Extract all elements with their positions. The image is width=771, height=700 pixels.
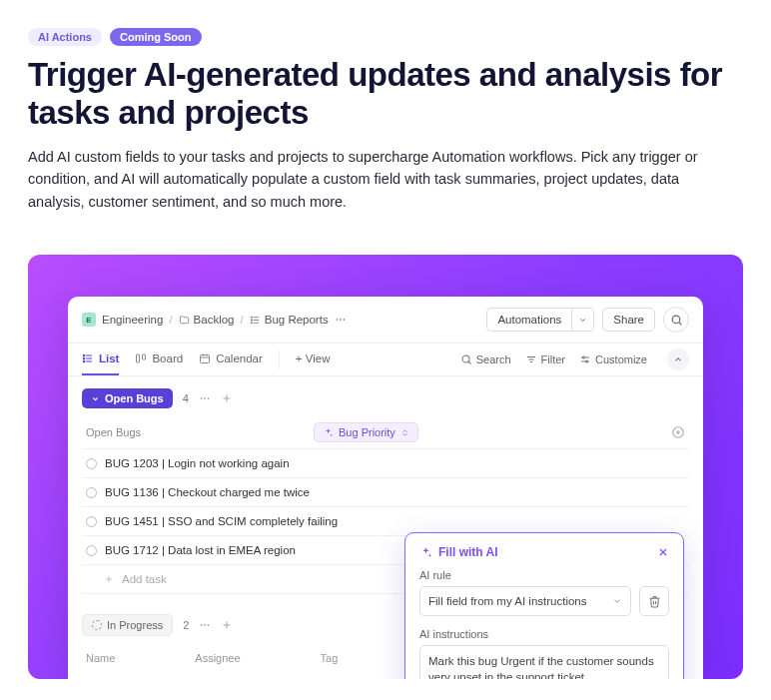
breadcrumb-folder[interactable]: Backlog xyxy=(179,314,235,326)
svg-line-24 xyxy=(468,361,471,364)
column-name-header: Open Bugs xyxy=(86,426,306,438)
chevron-down-icon xyxy=(578,316,587,325)
group-more-icon[interactable] xyxy=(199,392,211,404)
svg-point-7 xyxy=(340,319,342,321)
group-add-icon[interactable] xyxy=(221,392,233,404)
fill-with-ai-popover: Fill with AI AI rule Fill field from my … xyxy=(404,532,684,679)
task-row[interactable]: BUG 1203 | Login not working again xyxy=(82,448,689,477)
ai-instructions-input[interactable] xyxy=(419,645,669,679)
chevron-up-icon xyxy=(673,354,683,364)
status-open-label: Open Bugs xyxy=(105,392,164,404)
collapse-toolbar-button[interactable] xyxy=(667,349,689,370)
svg-point-43 xyxy=(204,624,206,626)
delete-rule-button[interactable] xyxy=(639,586,669,616)
add-task-label: Add task xyxy=(122,573,167,585)
group-add-icon[interactable] xyxy=(221,619,233,631)
share-button[interactable]: Share xyxy=(602,308,655,332)
task-row[interactable]: BUG 1451 | SSO and SCIM completely faili… xyxy=(82,506,689,535)
column-assignee: Assignee xyxy=(195,652,240,664)
ai-rule-label: AI rule xyxy=(419,569,669,581)
search-icon-button[interactable] xyxy=(663,307,689,333)
view-tab-calendar[interactable]: Calendar xyxy=(199,344,263,375)
page-heading: Trigger AI-generated updates and analysi… xyxy=(28,56,743,132)
popover-close-button[interactable] xyxy=(657,546,669,558)
status-in-progress-chip[interactable]: In Progress xyxy=(82,614,173,636)
svg-point-44 xyxy=(208,624,210,626)
column-name: Name xyxy=(86,652,115,664)
column-bug-priority[interactable]: Bug Priority xyxy=(314,422,418,442)
space-avatar: E xyxy=(82,313,96,327)
ai-rule-value: Fill field from my AI instructions xyxy=(428,595,586,607)
column-bug-priority-label: Bug Priority xyxy=(339,426,395,438)
views-bar: List Board Calendar + View xyxy=(68,344,703,376)
ai-rule-select[interactable]: Fill field from my AI instructions xyxy=(419,586,631,616)
automations-button[interactable]: Automations xyxy=(486,308,571,332)
toolbar-customize-label: Customize xyxy=(595,353,647,365)
svg-point-6 xyxy=(336,319,338,321)
status-circle-icon[interactable] xyxy=(86,487,97,498)
toolbar-search[interactable]: Search xyxy=(460,353,511,365)
view-tab-list[interactable]: List xyxy=(82,344,119,375)
toolbar-search-label: Search xyxy=(476,353,511,365)
tag-coming-soon: Coming Soon xyxy=(110,28,202,46)
status-open-chip[interactable]: Open Bugs xyxy=(82,388,173,408)
calendar-icon xyxy=(199,352,211,364)
svg-rect-17 xyxy=(137,354,140,362)
add-view-button[interactable]: + View xyxy=(296,344,331,375)
sort-icon xyxy=(400,428,409,437)
task-title: BUG 1136 | Checkout charged me twice xyxy=(105,486,310,498)
add-column-button[interactable] xyxy=(671,425,689,439)
view-tab-board-label: Board xyxy=(152,352,183,364)
search-icon xyxy=(460,353,472,365)
chevron-down-icon xyxy=(91,394,100,403)
breadcrumb-list-label: Bug Reports xyxy=(265,314,329,326)
filter-icon xyxy=(525,353,537,365)
automations-dropdown-button[interactable] xyxy=(571,308,594,332)
popover-title: Fill with AI xyxy=(419,545,498,559)
svg-rect-18 xyxy=(143,354,146,359)
automations-button-group: Automations xyxy=(486,308,594,332)
svg-point-33 xyxy=(204,397,206,399)
column-tag: Tag xyxy=(321,652,339,664)
header-actions: Automations Share xyxy=(486,307,689,333)
sparkle-icon xyxy=(419,546,432,559)
svg-point-34 xyxy=(207,397,209,399)
app-window: E Engineering / Backlog / Bug Reports xyxy=(68,297,703,679)
toolbar-customize[interactable]: Customize xyxy=(579,353,647,365)
column-headers-open: Open Bugs Bug Priority xyxy=(82,416,689,448)
ai-instructions-label: AI instructions xyxy=(419,628,669,640)
breadcrumb-more-icon[interactable] xyxy=(335,314,347,326)
svg-point-42 xyxy=(201,624,203,626)
status-open-count: 4 xyxy=(183,392,189,404)
svg-point-8 xyxy=(343,319,345,321)
status-circle-icon[interactable] xyxy=(86,458,97,469)
app-header: E Engineering / Backlog / Bug Reports xyxy=(68,297,703,344)
breadcrumb-folder-label: Backlog xyxy=(194,314,235,326)
board-icon xyxy=(135,352,147,364)
status-circle-icon[interactable] xyxy=(86,545,97,556)
task-title: BUG 1203 | Login not working again xyxy=(105,457,290,469)
plus-icon xyxy=(104,574,114,584)
views-separator xyxy=(279,350,280,368)
toolbar-filter[interactable]: Filter xyxy=(525,353,565,365)
svg-rect-19 xyxy=(201,355,210,363)
svg-point-3 xyxy=(251,317,252,318)
breadcrumb-space[interactable]: Engineering xyxy=(102,314,163,326)
task-row[interactable]: BUG 1136 | Checkout charged me twice xyxy=(82,477,689,506)
status-in-progress-count: 2 xyxy=(183,619,189,631)
sparkle-icon xyxy=(323,427,334,438)
view-tab-list-label: List xyxy=(99,352,119,364)
folder-icon xyxy=(179,315,190,326)
status-circle-icon[interactable] xyxy=(86,516,97,527)
close-icon xyxy=(657,546,669,558)
dashed-circle-icon xyxy=(92,620,102,630)
list-icon xyxy=(250,315,261,326)
toolbar-filter-label: Filter xyxy=(541,353,565,365)
search-icon xyxy=(670,314,683,327)
view-tab-board[interactable]: Board xyxy=(135,344,183,375)
breadcrumb-list[interactable]: Bug Reports xyxy=(250,314,329,326)
page-subtitle: Add AI custom fields to your tasks and p… xyxy=(28,146,717,213)
group-more-icon[interactable] xyxy=(199,619,211,631)
breadcrumb-separator: / xyxy=(241,314,244,326)
trash-icon xyxy=(648,595,661,608)
